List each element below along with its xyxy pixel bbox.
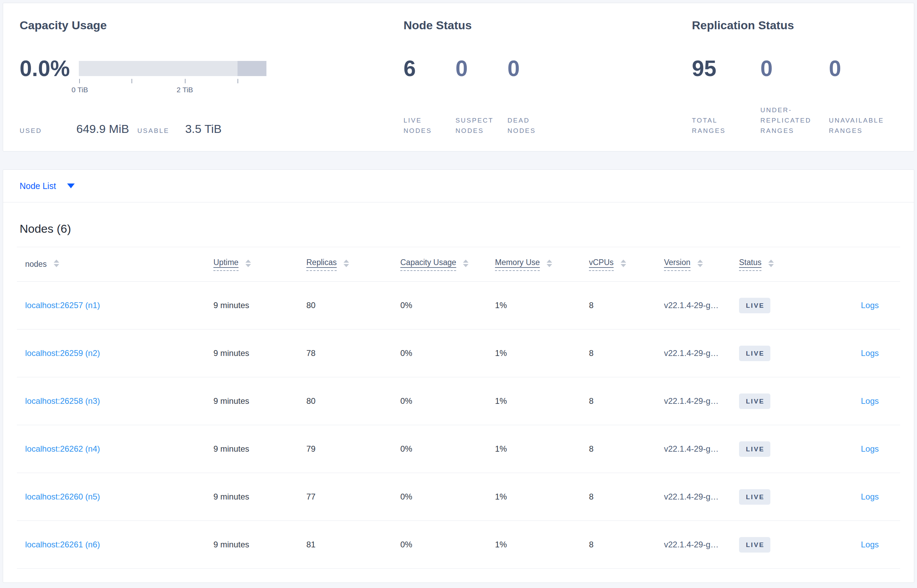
column-header-vcpus[interactable]: vCPUs [581,247,656,282]
used-label: USED [19,126,42,136]
column-header-nodes[interactable]: nodes [17,247,205,282]
logs-link[interactable]: Logs [861,348,879,358]
column-header-capacity-usage[interactable]: Capacity Usage [392,247,487,282]
node-list-body: Nodes (6) nodes Uptime [3,222,914,583]
dead-nodes-count: 0 [507,57,559,80]
capacity-usage-section: Capacity Usage 0.0% 0 TiB 2 TiB USED 649… [19,18,404,136]
uptime-cell: 9 minutes [205,330,298,377]
logs-cell: Logs [852,521,900,569]
axis-tick [185,79,186,83]
replicas-cell: 77 [298,473,392,521]
capacity-usage-cell: 0% [392,521,487,569]
memory-use-cell: 1% [487,282,581,330]
capacity-percent: 0.0% [19,57,79,80]
memory-use-cell: 1% [487,330,581,377]
replication-status-title: Replication Status [692,18,898,32]
status-cell: LIVE [731,282,852,330]
chevron-down-icon [67,184,75,188]
replicas-cell: 80 [298,377,392,425]
table-row: localhost:26262 (n4) 9 minutes 79 0% 1% … [17,425,900,473]
axis-tick [237,79,238,83]
vcpus-cell: 8 [581,282,656,330]
usable-value: 3.5 TiB [185,122,222,136]
node-link[interactable]: localhost:26262 (n4) [25,444,100,453]
logs-link[interactable]: Logs [861,396,879,405]
uptime-cell: 9 minutes [205,425,298,473]
node-link[interactable]: localhost:26259 (n2) [25,348,100,358]
total-ranges-count: 95 [692,57,760,80]
axis-tick [79,79,80,83]
version-cell: v22.1.4-29-g… [656,521,731,569]
column-header-version[interactable]: Version [656,247,731,282]
status-badge: LIVE [739,298,770,313]
status-cell: LIVE [731,377,852,425]
node-list-panel: Node List Nodes (6) nodes Uptime [3,170,914,583]
version-cell: v22.1.4-29-g… [656,473,731,521]
unavailable-ranges-count: 0 [829,57,898,80]
sort-icon [768,260,774,267]
replication-status-section: Replication Status 95 0 0 TOTAL RANGES U… [692,18,898,136]
node-list-dropdown-label: Node List [19,181,56,191]
status-cell: LIVE [731,521,852,569]
cluster-summary-card: Capacity Usage 0.0% 0 TiB 2 TiB USED 649… [3,3,914,152]
live-nodes-label: LIVE NODES [404,115,455,136]
capacity-usage-cell: 0% [392,330,487,377]
axis-tick-label: 2 TiB [177,86,193,94]
version-cell: v22.1.4-29-g… [656,377,731,425]
node-list-header: Node List [3,170,914,202]
vcpus-cell: 8 [581,425,656,473]
node-list-dropdown[interactable]: Node List [19,181,75,191]
node-link[interactable]: localhost:26258 (n3) [25,396,100,405]
status-cell: LIVE [731,425,852,473]
replicas-cell: 81 [298,521,392,569]
capacity-usage-cell: 0% [392,377,487,425]
status-badge: LIVE [739,537,770,552]
column-header-replicas[interactable]: Replicas [298,247,392,282]
node-status-title: Node Status [404,18,692,32]
total-ranges-label: TOTAL RANGES [692,115,760,136]
status-badge: LIVE [739,346,770,361]
table-header-row: nodes Uptime Replicas Capacity Usage [17,247,900,282]
logs-cell: Logs [852,330,900,377]
sort-icon [621,260,626,267]
capacity-gauge: 0.0% 0 TiB 2 TiB [19,57,404,80]
logs-link[interactable]: Logs [861,444,879,453]
live-nodes-count: 6 [404,57,455,80]
column-header-status[interactable]: Status [731,247,852,282]
logs-link[interactable]: Logs [861,540,879,549]
uptime-cell: 9 minutes [205,282,298,330]
version-cell: v22.1.4-29-g… [656,425,731,473]
column-header-memory-use[interactable]: Memory Use [487,247,581,282]
replicas-cell: 79 [298,425,392,473]
replicas-cell: 80 [298,282,392,330]
usable-label: USABLE [137,126,170,136]
vcpus-cell: 8 [581,330,656,377]
sort-icon [344,260,349,267]
replicas-cell: 78 [298,330,392,377]
capacity-usage-cell: 0% [392,282,487,330]
uptime-cell: 9 minutes [205,521,298,569]
logs-link[interactable]: Logs [861,300,879,310]
used-value: 649.9 MiB [76,122,129,136]
status-badge: LIVE [739,441,770,457]
logs-link[interactable]: Logs [861,492,879,501]
logs-cell: Logs [852,473,900,521]
under-replicated-ranges-count: 0 [760,57,829,80]
uptime-cell: 9 minutes [205,473,298,521]
suspect-nodes-count: 0 [455,57,507,80]
uptime-cell: 9 minutes [205,377,298,425]
version-cell: v22.1.4-29-g… [656,282,731,330]
column-header-uptime[interactable]: Uptime [205,247,298,282]
sort-icon [463,260,468,267]
node-link[interactable]: localhost:26260 (n5) [25,492,100,501]
vcpus-cell: 8 [581,377,656,425]
status-cell: LIVE [731,330,852,377]
logs-cell: Logs [852,425,900,473]
table-row: localhost:26258 (n3) 9 minutes 80 0% 1% … [17,377,900,425]
column-header-logs [852,247,900,282]
sort-icon [547,260,552,267]
status-badge: LIVE [739,394,770,409]
node-link[interactable]: localhost:26257 (n1) [25,300,100,310]
unavailable-ranges-label: UNAVAILABLE RANGES [829,115,898,136]
node-link[interactable]: localhost:26261 (n6) [25,540,100,549]
